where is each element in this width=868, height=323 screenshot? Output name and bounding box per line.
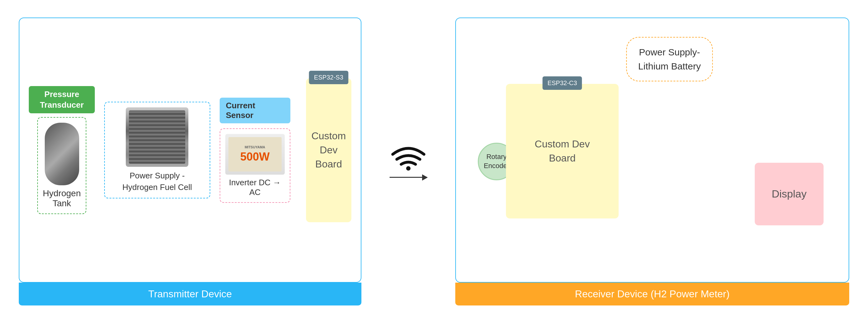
current-sensor-group: Current Sensor MITSUYAMA 500W Inverter D… <box>220 98 290 203</box>
arrow-right <box>390 177 427 178</box>
display-box: Display <box>755 163 824 225</box>
wifi-icon <box>391 146 426 171</box>
inverter-image: MITSUYAMA 500W <box>225 134 285 175</box>
hydrogen-tank-container: HydrogenTank <box>37 117 86 214</box>
inverter-brand: MITSUYAMA <box>245 145 265 149</box>
receiver-wrapper: Power Supply-Lithium Battery Rotary Enco… <box>455 18 849 305</box>
current-sensor-badge: Current Sensor <box>220 98 290 123</box>
hydrogen-tank-label: HydrogenTank <box>43 188 81 208</box>
fuel-cell-container: Power Supply - Hydrogen Fuel Cell <box>104 102 210 199</box>
esp32s3-chip: ESP32-S3 <box>309 71 348 84</box>
main-container: Pressure Transducer HydrogenTank Power S… <box>6 6 862 317</box>
transmitter-label: Transmitter Device <box>19 283 362 305</box>
custom-dev-board-left: ESP32-S3 Custom DevBoard <box>306 78 351 222</box>
inverter-watt: 500W <box>240 150 270 164</box>
fuel-cell-label: Power Supply - Hydrogen Fuel Cell <box>111 170 204 193</box>
pressure-transducer-group: Pressure Transducer HydrogenTank <box>29 86 95 214</box>
transmitter-box: Pressure Transducer HydrogenTank Power S… <box>19 18 362 283</box>
inverter-image-inner: MITSUYAMA 500W <box>228 137 282 172</box>
custom-dev-board-right: ESP32-C3 Custom DevBoard <box>506 84 619 218</box>
svg-point-0 <box>406 166 410 171</box>
esp32c3-chip: ESP32-C3 <box>542 77 582 90</box>
receiver-label: Receiver Device (H2 Power Meter) <box>455 283 849 305</box>
display-label: Display <box>772 188 806 200</box>
custom-dev-board-label-right: Custom DevBoard <box>535 137 590 165</box>
custom-dev-board-label-left: Custom DevBoard <box>306 129 351 171</box>
inverter-label: Inverter DC → AC <box>225 178 285 197</box>
receiver-box: Power Supply-Lithium Battery Rotary Enco… <box>455 18 849 283</box>
hydrogen-tank-image <box>45 123 79 185</box>
receiver-inner: Power Supply-Lithium Battery Rotary Enco… <box>468 28 836 273</box>
pressure-transducer-badge: Pressure Transducer <box>29 86 95 114</box>
power-supply-lithium: Power Supply-Lithium Battery <box>626 37 713 81</box>
transmitter-wrapper: Pressure Transducer HydrogenTank Power S… <box>19 18 362 305</box>
middle-section <box>380 146 436 178</box>
inverter-container: MITSUYAMA 500W Inverter DC → AC <box>220 128 290 203</box>
fuel-cell-image <box>126 107 188 167</box>
